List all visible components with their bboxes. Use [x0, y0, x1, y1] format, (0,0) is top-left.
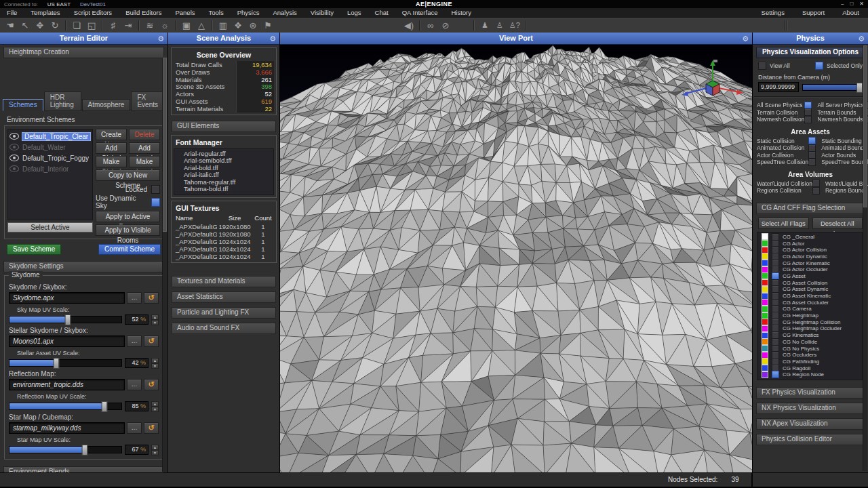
create-new-button[interactable]: Create New [96, 129, 127, 140]
scheme-list-item[interactable]: Default_Tropic_Foggy [8, 152, 92, 163]
browse-button[interactable]: ... [127, 379, 142, 390]
undo-icon[interactable]: ↺ [144, 422, 159, 434]
uv-scale-slider[interactable] [9, 316, 122, 323]
maximize-button[interactable]: □ [850, 1, 853, 7]
audio-icon[interactable]: ◀) [401, 20, 416, 31]
node-graph-icon[interactable]: ⊛ [245, 20, 260, 31]
marquee-select-icon[interactable]: ❏ [69, 20, 84, 31]
locked-checkbox[interactable] [151, 185, 160, 194]
menu-item[interactable]: Panels [168, 9, 201, 16]
menu-item[interactable]: Templates [24, 9, 66, 16]
toolbar-icon[interactable] [419, 20, 420, 30]
use-dynamic-sky-checkbox[interactable] [151, 198, 160, 207]
make-global-button[interactable]: Make Global [96, 156, 127, 167]
menu-item[interactable]: Build Editors [119, 9, 168, 16]
section-cg-cff-flags[interactable]: CG And CFF Flag Selection [756, 203, 865, 214]
area-volume-checkbox[interactable] [812, 187, 820, 195]
user-flag-icon[interactable]: ♟ [477, 20, 492, 31]
brightness-icon[interactable]: ☼ [157, 20, 172, 31]
collapsed-section-header[interactable]: Audio and Sound FX [172, 323, 276, 334]
select-active-button[interactable]: Select Active [7, 222, 93, 232]
menu-item[interactable]: Script Editors [67, 9, 119, 16]
scheme-list[interactable]: Default_Tropic_Clear Default_Water Defau… [7, 129, 93, 220]
toolbar-icon[interactable] [65, 20, 66, 30]
font-list-item[interactable]: Arial-semibold.tff [174, 157, 273, 165]
axis-gizmo[interactable] [671, 57, 745, 106]
terrain-tab[interactable]: Schemes [3, 99, 43, 111]
slider-thumb[interactable] [81, 445, 87, 455]
gear-icon[interactable]: ⚙ [742, 33, 749, 44]
broken-link-icon[interactable]: ⊘ [438, 20, 453, 31]
deselect-all-flags-button[interactable]: Deselect All Flags [812, 218, 863, 229]
snap-grid-icon[interactable]: ♯ [106, 20, 121, 31]
toolbar-icon[interactable] [175, 20, 176, 30]
uv-scale-value[interactable]: 85 % [125, 401, 149, 411]
undo-icon[interactable]: ↺ [144, 292, 159, 304]
physics-toggle-checkbox[interactable] [804, 102, 812, 109]
terrain-tab[interactable]: HDR Lighting [44, 92, 81, 111]
pan-tool-icon[interactable]: ☚ [3, 20, 18, 31]
browse-button[interactable]: ... [127, 336, 142, 347]
section-gui-elements[interactable]: GUI Elements [172, 121, 276, 132]
terrain-tab[interactable]: FX Events [131, 92, 164, 111]
area-asset-checkbox[interactable] [808, 151, 816, 159]
physics-toggle-checkbox[interactable] [804, 108, 812, 116]
uv-scale-slider[interactable] [9, 403, 122, 410]
align-center-icon[interactable]: ⇥ [121, 20, 136, 31]
gear-icon[interactable]: ⚙ [157, 33, 164, 44]
toolbar-icon[interactable] [138, 20, 140, 30]
flag-checkbox[interactable] [772, 371, 779, 378]
eye-visibility-icon[interactable] [9, 155, 19, 161]
spinner-up-icon[interactable]: ▲ [151, 445, 159, 450]
gear-icon[interactable]: ⚙ [858, 33, 865, 44]
asset-path-input[interactable]: environment_tropic.dds [9, 379, 125, 390]
asset-path-input[interactable]: Moons01.apx [9, 336, 125, 347]
collapsed-section-header[interactable]: Particle and Lighting FX [172, 307, 276, 319]
move-tool-icon[interactable]: ✥ [33, 20, 47, 31]
toolbar-icon[interactable] [102, 20, 103, 30]
value-spinner[interactable]: ▲ ▼ [151, 401, 159, 411]
link-icon[interactable]: ∞ [423, 20, 438, 31]
spinner-up-icon[interactable]: ▲ [151, 401, 159, 407]
collapsed-section-header[interactable]: Physics Collision Editor [756, 434, 865, 445]
area-volume-checkbox[interactable] [812, 180, 820, 187]
physics-header[interactable]: Physics ⚙ [753, 33, 868, 45]
value-spinner[interactable]: ▲ ▼ [151, 358, 159, 368]
close-button[interactable]: ✕ [859, 1, 864, 7]
asset-path-input[interactable]: starmap_milkyway.dds [9, 422, 125, 434]
uv-scale-slider[interactable] [9, 359, 122, 367]
delete-button[interactable]: Delete [129, 129, 160, 140]
menu-item[interactable]: History [444, 9, 478, 16]
flag-row[interactable]: CG Region Node [757, 371, 862, 378]
collapsed-section-header[interactable]: NX Apex Visualization [756, 418, 865, 430]
menu-item[interactable]: Chat [368, 9, 395, 16]
minimize-button[interactable]: – [841, 1, 844, 7]
font-list[interactable]: Arial-regular.tffArial-semibold.tffArial… [174, 148, 274, 195]
copy-to-new-scheme-button[interactable]: Copy to New Scheme [96, 169, 160, 181]
spinner-down-icon[interactable]: ▼ [151, 407, 159, 412]
menu-item[interactable]: Physics [231, 9, 267, 16]
texture-table-row[interactable]: _APXDefaultGUI_loading01 1920x1080 1 [174, 223, 274, 230]
select-all-flags-button[interactable]: Select All Flags [758, 218, 809, 229]
distance-from-camera-input[interactable]: 9,999.99999 [758, 82, 799, 92]
menu-item[interactable]: Visibility [304, 9, 340, 16]
area-asset-checkbox[interactable] [808, 137, 816, 144]
asset-path-input[interactable]: Skydome.apx [9, 292, 125, 304]
scale-tool-icon[interactable]: ◱ [84, 20, 99, 31]
menu-item[interactable]: Tools [202, 9, 231, 16]
distance-slider[interactable] [802, 84, 863, 91]
save-scheme-button[interactable]: Save Scheme [7, 244, 61, 255]
apply-to-active-room-button[interactable]: Apply to Active Room [96, 211, 160, 222]
add-global-button[interactable]: Add Global [96, 142, 127, 154]
viewport-canvas[interactable] [280, 45, 752, 473]
user-help-icon[interactable]: ♙? [507, 20, 522, 31]
eye-visibility-icon[interactable] [9, 133, 19, 140]
physics-panel-scrollbar[interactable] [863, 45, 867, 471]
texture-table-row[interactable]: _APXDefaultGUI_Parts01 1024x1024 1 [174, 238, 274, 245]
terrain-tab[interactable]: Atmosphere [82, 99, 131, 111]
user-arrow-icon[interactable]: ♙ [492, 20, 507, 31]
paint-chip-icon[interactable]: ❖ [231, 20, 245, 31]
menu-item[interactable]: Logs [340, 9, 368, 16]
collapsed-section-header[interactable]: Asset Statistics [172, 291, 276, 303]
menu-item[interactable]: Analysis [266, 9, 303, 16]
